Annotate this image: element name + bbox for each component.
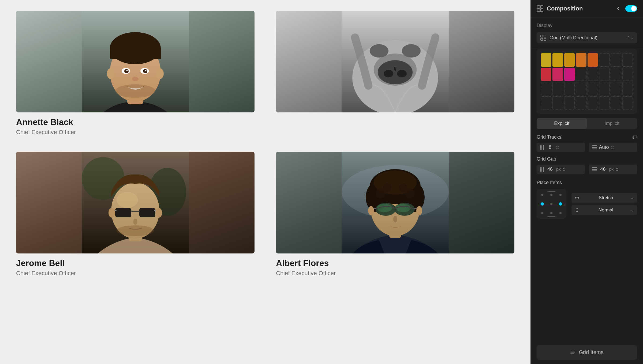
align-dot-tl [539, 191, 546, 198]
svg-point-34 [117, 192, 138, 208]
stretch-arrow-icon: ⌄ [631, 196, 634, 200]
display-value: Grid (Multi Directional) [549, 35, 623, 41]
photo-annette [16, 11, 255, 112]
svg-point-53 [396, 204, 411, 212]
svg-point-22 [370, 44, 388, 58]
person-card-albert: Albert Flores Chief Executive Officer [276, 152, 514, 277]
back-button[interactable] [615, 5, 622, 12]
alignment-grid-widget[interactable] [537, 189, 566, 219]
grid-cell-r1c2 [552, 53, 563, 67]
display-label: Display [537, 23, 637, 28]
svg-point-13 [115, 84, 155, 98]
grid-cell-r4c4 [576, 96, 586, 110]
grid-tracks-row-stepper[interactable] [611, 146, 614, 149]
normal-icon [575, 208, 580, 213]
svg-point-49 [405, 188, 415, 198]
svg-point-36 [156, 208, 162, 218]
tab-implicit[interactable]: Implicit [587, 118, 637, 129]
panel-title: Composition [547, 5, 583, 12]
grid-gap-col-value: 46 [546, 166, 554, 172]
svg-point-12 [132, 77, 139, 81]
grid-cell-r3c2 [552, 82, 563, 95]
grid-cell-r1c1 [541, 53, 551, 67]
place-items-section: Place Items [531, 176, 643, 222]
grid-gap-col-stepper[interactable] [563, 168, 566, 171]
stretch-option[interactable]: Stretch ⌄ [571, 193, 637, 203]
grid-cell-r3c1 [541, 82, 551, 95]
display-selector[interactable]: Grid (Multi Directional) ⌃⌄ [537, 32, 637, 43]
panel-toggle[interactable] [625, 5, 637, 12]
photo-dog [276, 11, 514, 112]
align-options: Stretch ⌄ Normal ⌄ [571, 193, 637, 215]
grid-gap-row-stepper[interactable] [616, 168, 618, 171]
person-title-jerome: Chief Executive Officer [16, 270, 255, 277]
grid-tracks-inputs: 8 Auto [537, 143, 637, 152]
grid-tracks-col-stepper[interactable] [556, 146, 559, 149]
svg-rect-31 [131, 211, 140, 212]
person-card-annette: Annette Black Chief Executive Officer [16, 11, 255, 136]
grid-cell-r3c4 [576, 82, 586, 95]
grid-cell-r2c8 [622, 68, 633, 81]
svg-rect-59 [537, 6, 540, 8]
grid-cell-r2c5 [588, 68, 598, 81]
grid-tracks-col-value: 8 [546, 145, 554, 150]
place-items-inner: Stretch ⌄ Normal ⌄ [537, 189, 637, 219]
panel-header-left: Composition [537, 5, 583, 12]
grid-cell-r3c7 [611, 82, 621, 95]
grid-cell-r1c7 [611, 53, 621, 67]
grid-items-icon [570, 350, 576, 355]
svg-point-20 [384, 70, 393, 77]
svg-point-58 [416, 206, 422, 215]
svg-rect-30 [139, 208, 155, 217]
svg-rect-29 [115, 208, 131, 217]
row-tracks-icon [592, 145, 597, 149]
explicit-implicit-tabs: Explicit Implicit [537, 118, 637, 129]
person-name-annette: Annette Black [16, 117, 255, 127]
grid-cell-r1c6 [599, 53, 610, 67]
col-tracks-icon [540, 145, 544, 150]
person-name-albert: Albert Flores [276, 258, 514, 268]
svg-point-72 [571, 351, 571, 351]
normal-arrow-icon: ⌄ [631, 208, 634, 212]
svg-rect-66 [544, 38, 546, 40]
grid-cell-r3c3 [564, 82, 575, 95]
svg-rect-5 [110, 48, 161, 59]
grid-cell-r2c4 [576, 68, 586, 81]
svg-point-10 [126, 70, 128, 71]
grid-gap-row-value: 46 [599, 166, 607, 172]
grid-items-button[interactable]: Grid Items [537, 345, 637, 360]
grid-gap-section: Grid Gap 46 px [531, 154, 643, 176]
composition-icon [537, 5, 544, 12]
grid-cell-r4c3 [564, 96, 575, 110]
svg-point-74 [571, 353, 571, 354]
grid-cell-r3c5 [588, 82, 598, 95]
panel-spacer [531, 222, 643, 345]
panel-header: Composition [531, 0, 643, 17]
grid-icon [540, 35, 546, 41]
normal-option[interactable]: Normal ⌄ [571, 205, 637, 215]
grid-cell-r4c5 [588, 96, 598, 110]
tab-explicit[interactable]: Explicit [537, 118, 587, 129]
align-dot-tc [548, 191, 555, 198]
grid-gap-row-unit: px [609, 167, 614, 172]
svg-rect-64 [544, 35, 546, 37]
grid-cell-r2c6 [599, 68, 610, 81]
normal-label: Normal [599, 207, 613, 213]
svg-point-73 [571, 352, 571, 352]
grid-cell-r1c5 [588, 53, 598, 67]
grid-cell-r4c8 [622, 96, 633, 110]
grid-gap-inputs: 46 px 46 px [537, 165, 637, 174]
tag-icon[interactable]: 🏷 [632, 134, 637, 140]
svg-point-11 [145, 70, 147, 71]
grid-cell-r2c7 [611, 68, 621, 81]
display-arrow-icon: ⌃⌄ [626, 35, 633, 40]
stretch-label: Stretch [599, 195, 613, 200]
grid-cell-r3c6 [599, 82, 610, 95]
person-card-dog [276, 11, 514, 136]
svg-point-21 [397, 70, 407, 77]
grid-cell-r2c3 [564, 68, 575, 81]
svg-point-47 [383, 184, 391, 192]
svg-rect-62 [540, 9, 543, 12]
grid-items-label: Grid Items [579, 349, 603, 355]
svg-point-35 [109, 208, 115, 218]
